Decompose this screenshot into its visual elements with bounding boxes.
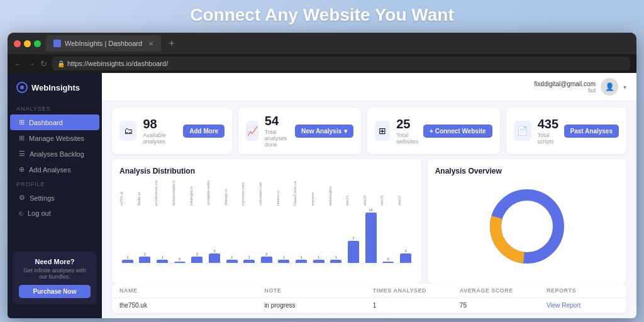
settings-icon: ⚙ [19, 194, 25, 202]
sidebar-logo: WebInsights [8, 82, 102, 102]
bar-value: 0 [179, 257, 180, 261]
sidebar-item-logout[interactable]: ⎋ Log out [10, 206, 99, 221]
main-header: fixddigital@gmail.com fxd 👤 ▾ [102, 73, 636, 101]
close-window-button[interactable] [14, 40, 21, 47]
purchase-now-button[interactable]: Purchase Now [19, 285, 91, 298]
bar-value: 1 [248, 255, 250, 259]
bar-chart-container: ra750.ukfiddle.aiproductionc.comnickshos… [119, 180, 414, 272]
sidebar-item-manage-websites[interactable]: ⊞ Manage Websites [10, 130, 99, 146]
bar-label: ra750.uk [119, 191, 136, 206]
bar-label: myovons.com [241, 182, 257, 206]
dashboard-icon: ⊞ [19, 118, 25, 126]
bar-label: nolosewin.net [258, 182, 275, 206]
stat-card-available-analyses: 🗂 98 Available analyses Add More [112, 108, 232, 154]
stat-label: Total scripts [538, 132, 564, 145]
bar-label: dialsign.io [224, 189, 240, 206]
sidebar-item-settings[interactable]: ⚙ Settings [10, 190, 99, 206]
tab-close-button[interactable]: ✕ [148, 40, 153, 47]
browser-window: WebInsights | Dashboard ✕ + ← → ↻ 🔒 http… [8, 33, 636, 318]
new-analysis-button[interactable]: New Analysis ▾ [295, 125, 353, 138]
bar-value: 1 [161, 255, 163, 259]
bar-item: 7 [345, 236, 362, 263]
stat-info: 🗂 98 Available analyses [119, 117, 183, 145]
row-note: in progress [264, 302, 373, 309]
bar-item: 0 [380, 257, 396, 263]
browser-tab[interactable]: WebInsights | Dashboard ✕ [46, 35, 161, 52]
view-report-link[interactable]: View Report [547, 302, 619, 309]
sidebar: WebInsights ANALYSES ⊞ Dashboard ⊞ Manag… [8, 73, 102, 318]
lock-icon: 🔒 [57, 60, 65, 67]
hero-title: Connect Any Website You Want [0, 5, 644, 25]
past-analyses-button[interactable]: Past Analyses [564, 125, 619, 138]
reload-button[interactable]: ↻ [40, 59, 47, 69]
bar-item: 3 [397, 249, 414, 263]
forward-button[interactable]: → [27, 59, 35, 69]
table-row: the750.uk in progress 1 75 View Report [112, 298, 626, 313]
bar-value: 2 [144, 252, 146, 256]
avatar[interactable]: 👤 [601, 78, 618, 96]
bar-label: nickshostelle.com [172, 180, 188, 206]
bar-label: complete-websites.com [206, 180, 223, 206]
document-icon: 📄 [514, 121, 531, 141]
url-input[interactable]: 🔒 https://webinsights.io/dashboard/ [52, 57, 630, 70]
donut-chart [486, 186, 568, 267]
bar-item: 1 [224, 255, 240, 263]
bar-rect [243, 260, 255, 263]
sidebar-item-label: Analyses Backlog [30, 150, 84, 158]
col-reports: REPORTS [547, 287, 619, 294]
url-text: https://webinsights.io/dashboard/ [67, 60, 168, 67]
grid-icon: ⊞ [375, 121, 390, 141]
bar-chart-bars: 121023112111171603 [119, 207, 414, 264]
bar-rect [139, 257, 150, 263]
main-content: fixddigital@gmail.com fxd 👤 ▾ 🗂 98 Avail… [102, 73, 636, 318]
col-times-analysed: TIMES ANALYSED [373, 287, 460, 294]
bar-rect [330, 260, 341, 263]
tab-bar: WebInsights | Dashboard ✕ + [8, 33, 636, 54]
bar-value: 2 [196, 252, 198, 256]
analyses-backlog-icon: ☰ [19, 150, 25, 158]
add-more-button[interactable]: Add More [183, 125, 225, 138]
bar-item: 1 [293, 255, 309, 263]
bar-label: Hetero.io [276, 191, 292, 206]
sidebar-item-analyses-backlog[interactable]: ☰ Analyses Backlog [10, 146, 99, 162]
bar-rect [122, 260, 133, 263]
analysis-overview-card: Analysis Overview [428, 159, 626, 284]
bar-item: 3 [206, 249, 223, 263]
col-name: NAME [119, 287, 264, 294]
stat-card-total-analyses-done: 📈 54 Total analyses done New Analysis ▾ [238, 108, 361, 154]
bar-item: 1 [154, 255, 170, 263]
stat-card-total-scripts: 📄 435 Total scripts Past Analyses [506, 108, 626, 154]
address-bar: ← → ↻ 🔒 https://webinsights.io/dashboard… [8, 54, 636, 73]
logout-icon: ⎋ [19, 209, 23, 217]
bar-item: 2 [189, 252, 206, 263]
manage-websites-icon: ⊞ [19, 134, 25, 142]
stat-label: Total analyses done [265, 129, 295, 148]
bar-value: 1 [231, 255, 233, 259]
bar-value: 1 [126, 255, 128, 259]
tab-label: WebInsights | Dashboard [65, 40, 142, 47]
sidebar-section-profile: PROFILE [8, 177, 102, 190]
chevron-down-icon[interactable]: ▾ [623, 84, 626, 91]
bar-value: 1 [318, 255, 319, 259]
bar-item: 2 [137, 252, 153, 263]
connect-website-button[interactable]: + Connect Website [423, 125, 492, 138]
bar-rect [313, 260, 325, 263]
new-tab-button[interactable]: + [166, 38, 177, 49]
col-average-score: AVERAGE SCORE [460, 287, 547, 294]
chart-icon: 📈 [246, 121, 258, 141]
back-button[interactable]: ← [14, 59, 22, 69]
sidebar-item-add-analyses[interactable]: ⊕ Add Analyses [10, 162, 99, 177]
need-more-subtitle: Get infinite analyses with our bundles. [19, 267, 91, 280]
sidebar-item-label: Settings [30, 194, 55, 202]
minimize-window-button[interactable] [24, 40, 31, 47]
sidebar-section-analyses: ANALYSES [8, 102, 102, 114]
bar-label: site14 [345, 196, 362, 206]
sidebar-item-dashboard[interactable]: ⊞ Dashboard [10, 114, 99, 130]
maximize-window-button[interactable] [34, 40, 41, 47]
tab-favicon-icon [53, 40, 61, 47]
bar-value: 3 [404, 249, 406, 253]
bar-rect [261, 257, 272, 263]
bar-rect [157, 260, 168, 263]
bar-value: 0 [387, 257, 389, 261]
user-name: fxd [535, 87, 596, 94]
